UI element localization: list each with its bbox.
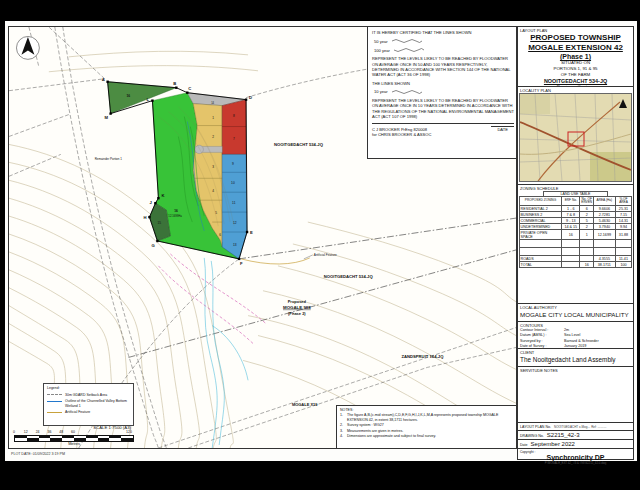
svg-text:7: 7	[233, 137, 235, 141]
scale-tick: 48	[59, 430, 63, 434]
note-text: The figure A,B,(c.mid stream),C,D,E,F,G,…	[347, 413, 514, 422]
cell-count: 1	[580, 230, 594, 240]
table-header-row: PROPOSED ZONING ERF No. No. OF ERVEN ARE…	[519, 197, 632, 206]
township-phase: (Phase 1)	[518, 53, 633, 60]
svg-text:C: C	[188, 86, 191, 91]
cert-para-2: REPRESENT THE LEVELS LIKELY TO BE REACHE…	[372, 98, 514, 119]
file-path: P:\MOGALE_EXT 42_ #3 & #93\S2215_42-0.dw…	[518, 461, 633, 465]
drawing-sheet: AB CD EF GH JK LM 12 34 56 78 910 1112 1…	[5, 21, 637, 461]
col-pct-area: % OF AREA	[615, 197, 632, 206]
svg-text:Remainder Portion 1: Remainder Portion 1	[95, 157, 123, 161]
scale-ticks: 0 12 24 36 48 60 120	[11, 430, 137, 435]
svg-text:D: D	[249, 95, 252, 100]
date-value: September 2022	[531, 441, 575, 447]
title-section: LAYOUT PLAN PROPOSED TOWNSHIP MOGALE EXT…	[518, 27, 633, 87]
zoning-row: PRIVATE OPEN SPACE16112.169931.88	[519, 230, 632, 240]
empty-row	[519, 248, 632, 256]
flood-line-symbol	[394, 47, 424, 53]
cert-50yr-label: 50 year	[374, 39, 388, 44]
zoning-section: ZONING SCHEDULE LAND USE TABLE PROPOSED …	[518, 185, 633, 304]
drawing-no-label: DRAWING No.	[518, 433, 544, 438]
note-text: Dimensions are approximate and subject t…	[347, 434, 436, 438]
screenshot-stage: AB CD EF GH JK LM 12 34 56 78 910 1112 1…	[0, 0, 640, 490]
svg-text:12: 12	[233, 221, 237, 225]
servitude-notes-label: SERVITUDE NOTES	[518, 367, 633, 373]
svg-text:F: F	[240, 261, 243, 266]
cell-count: 16	[580, 262, 594, 268]
title-block: LAYOUT PLAN PROPOSED TOWNSHIP MOGALE EXT…	[517, 26, 634, 460]
svg-text:G: G	[151, 243, 154, 248]
drafting-firm: Synchronicity DP	[518, 454, 633, 461]
note-text: Measurements are given in metres.	[347, 429, 403, 433]
cell-area: 12.1699	[594, 230, 615, 240]
layout-plan-no-label: LAYOUT PLAN No.	[518, 424, 551, 429]
drawing-no-value: S2215_42-3	[547, 432, 580, 438]
locality-section: LOCALITY PLAN	[518, 87, 633, 185]
svg-text:15: 15	[157, 221, 161, 225]
col-proposed-zoning: PROPOSED ZONING	[519, 197, 562, 206]
legend-box: Legend: 30m GDARD Setback Area Outline o…	[43, 383, 134, 426]
cell-pct: 100	[615, 262, 632, 268]
legend-item-label: 30m GDARD Setback Area	[65, 393, 107, 397]
scale-tick: 36	[47, 430, 51, 434]
date-label: Date	[518, 442, 528, 447]
note-number: 4.	[340, 434, 345, 438]
scale-unit: Metres	[11, 442, 137, 446]
svg-text:4: 4	[212, 189, 214, 193]
svg-text:ZANDSPRUIT 164-JQ: ZANDSPRUIT 164-JQ	[401, 354, 444, 359]
wetland-line-swatch	[47, 401, 62, 402]
date-row: Date September 2022	[518, 440, 633, 449]
svg-text:A: A	[102, 77, 105, 82]
setback-line-swatch	[47, 394, 62, 395]
notes-box: NOTES: 1.The figure A,B,(c.mid stream),C…	[336, 405, 517, 449]
artificial-feature-swatch	[47, 412, 62, 413]
copyright-section: Copyright : Synchronicity DP P:\MOGALE_E…	[518, 449, 633, 469]
svg-text:9: 9	[232, 162, 234, 166]
col-no-of-erven: No. OF ERVEN	[580, 197, 594, 206]
date-signature-label: DATE	[491, 126, 514, 132]
svg-text:E: E	[250, 230, 253, 235]
svg-text:2: 2	[212, 135, 214, 139]
drawing-no-row: DRAWING No. S2215_42-3	[518, 431, 633, 440]
cert-para-1: REPRESENT THE LEVELS LIKELY TO BE REACHE…	[372, 56, 514, 77]
svg-text:MOGALE X19: MOGALE X19	[292, 402, 318, 407]
artificial-feature-line	[241, 258, 310, 264]
local-authority-section: LOCAL AUTHORITY MOGALE CITY LOCAL MUNICI…	[518, 304, 633, 322]
svg-text:1: 1	[212, 116, 214, 120]
client-name: The Nooitgedacht Land Assembly	[518, 355, 633, 365]
cell-area: 38.1711	[594, 262, 615, 268]
contours-section: CONTOURS Contour Interval :2m Datum (AMS…	[518, 322, 633, 349]
flood-certification-box: IT IS HEREBY CERTIFIED THAT THE LINES SH…	[367, 27, 517, 159]
cell-erf: 16	[562, 230, 580, 240]
layout-plan-no-value: NOOITGEDACHT x-Mog… Ref: ………	[554, 425, 606, 429]
scale-bar-stripes	[14, 435, 134, 442]
township-title-line1: PROPOSED TOWNSHIP	[518, 33, 633, 43]
svg-text:K: K	[161, 193, 164, 198]
svg-text:J: J	[149, 200, 152, 205]
svg-text:Proposed: Proposed	[288, 299, 307, 304]
svg-text:10: 10	[231, 181, 235, 185]
north-arrow-icon	[16, 36, 39, 59]
scale-tick: 12	[24, 430, 28, 434]
col-erf-no: ERF No.	[562, 197, 580, 206]
local-authority-name: MOGALE CITY LOCAL MUNICIPALITY	[518, 310, 633, 320]
engineer-firm: for CHRIS BROOKER & ASSOC	[372, 132, 514, 137]
empty-row	[519, 240, 632, 248]
scale-tick: 0	[13, 430, 15, 434]
svg-text:B: B	[173, 81, 176, 86]
cert-lines-shown: THE LINES SHOWN	[372, 81, 514, 86]
land-use-table: PROPOSED ZONING ERF No. No. OF ERVEN ARE…	[519, 196, 633, 268]
total-row: TOTAL1638.1711100	[519, 262, 632, 268]
cell-pct: 31.88	[615, 230, 632, 240]
business-block	[222, 100, 246, 155]
svg-text:3: 3	[212, 165, 214, 169]
flood-line-symbol	[392, 89, 422, 95]
cert-10yr-label: 10 year	[374, 89, 388, 94]
legend-item-label: Outline of the Channelled Valley Bottom …	[65, 399, 130, 407]
note-text: Survey system : WG27	[347, 423, 384, 427]
note-number: 2.	[340, 423, 345, 427]
legend-item-label: Artificial Feature	[65, 410, 90, 414]
township-title-line2: MOGALE EXTENSION 42	[518, 43, 633, 53]
svg-text:M: M	[105, 115, 109, 120]
svg-text:H: H	[143, 215, 146, 220]
